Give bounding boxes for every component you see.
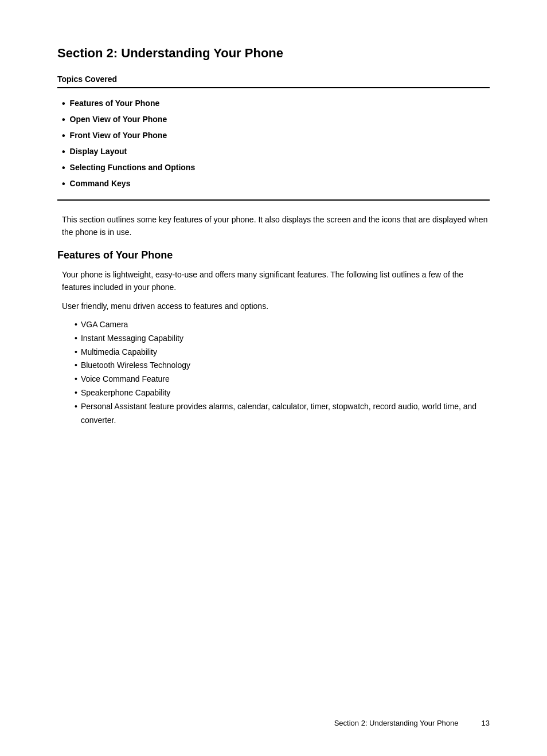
list-item: Command Keys [62, 179, 490, 189]
topics-covered-label: Topics Covered [57, 75, 490, 84]
features-section-title: Features of Your Phone [57, 249, 490, 261]
list-item: Multimedia Capability [75, 346, 490, 359]
topics-covered-block: Topics Covered Features of Your Phone Op… [57, 75, 490, 201]
list-item: Instant Messaging Capability [75, 332, 490, 346]
page: Section 2: Understanding Your Phone Topi… [0, 0, 547, 756]
top-divider [57, 87, 490, 88]
list-item: Speakerphone Capability [75, 386, 490, 400]
section-title: Section 2: Understanding Your Phone [57, 46, 490, 61]
topics-list: Features of Your Phone Open View of Your… [62, 99, 490, 189]
bottom-divider [57, 199, 490, 201]
list-item: Display Layout [62, 147, 490, 157]
footer-text: Section 2: Understanding Your Phone [334, 719, 459, 727]
features-paragraph-1: Your phone is lightweight, easy-to-use a… [57, 268, 490, 294]
intro-paragraph: This section outlines some key features … [57, 213, 490, 239]
list-item: Personal Assistant feature provides alar… [75, 400, 490, 428]
footer-page-number: 13 [482, 719, 490, 727]
list-item: Selecting Functions and Options [62, 163, 490, 173]
list-item: Front View of Your Phone [62, 131, 490, 141]
features-paragraph-2: User friendly, menu driven access to fea… [57, 300, 490, 312]
features-list: VGA Camera Instant Messaging Capability … [75, 318, 490, 427]
list-item: VGA Camera [75, 318, 490, 332]
list-item: Features of Your Phone [62, 99, 490, 109]
list-item: Voice Command Feature [75, 373, 490, 386]
list-item: Open View of Your Phone [62, 115, 490, 125]
footer: Section 2: Understanding Your Phone 13 [334, 719, 490, 727]
list-item: Bluetooth Wireless Technology [75, 359, 490, 373]
